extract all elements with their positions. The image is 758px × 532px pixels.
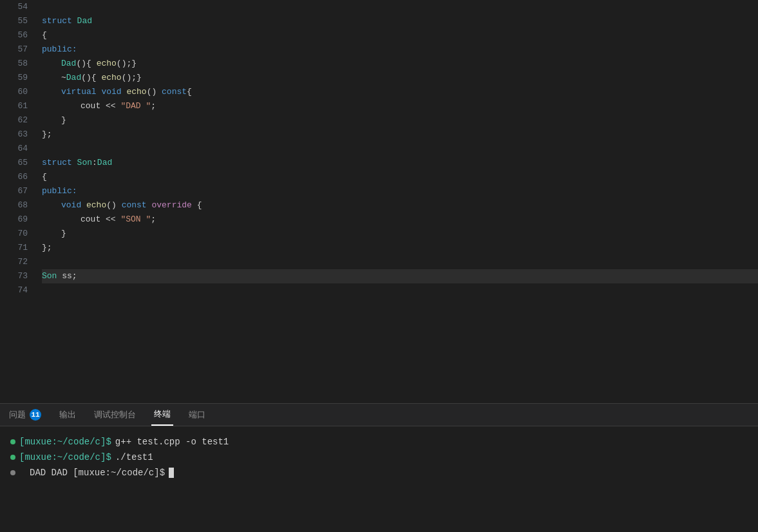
- terminal-dot: [10, 455, 15, 460]
- code-line: public:: [42, 43, 758, 57]
- tab-label: 问题: [9, 409, 26, 421]
- tab-调试控制台[interactable]: 调试控制台: [91, 404, 138, 426]
- tab-端口[interactable]: 端口: [186, 404, 208, 426]
- terminal-cursor: [169, 468, 174, 478]
- code-line: }: [42, 113, 758, 128]
- tab-label: 调试控制台: [94, 409, 136, 421]
- line-number: 58: [0, 57, 28, 71]
- line-number: 65: [0, 156, 28, 170]
- code-line: [42, 0, 758, 14]
- code-line: Son ss;: [42, 269, 758, 283]
- line-number: 70: [0, 227, 28, 241]
- code-line: }: [42, 227, 758, 241]
- tab-label: 端口: [189, 409, 205, 421]
- line-number: 57: [0, 43, 28, 57]
- line-number: 56: [0, 28, 28, 43]
- line-number: 61: [0, 99, 28, 113]
- line-number: 60: [0, 85, 28, 99]
- line-number: 66: [0, 170, 28, 184]
- tab-label: 输出: [59, 409, 76, 421]
- terminal-line: [muxue:~/code/c]$ g++ test.cpp -o test1: [10, 434, 748, 450]
- terminal-command: g++ test.cpp -o test1: [115, 434, 229, 450]
- code-line: {: [42, 170, 758, 184]
- tab-label: 终端: [154, 408, 171, 420]
- code-line: };: [42, 241, 758, 255]
- code-editor: 5455565758596061626364656667686970717273…: [0, 0, 758, 403]
- terminal-output: DAD DAD [muxue:~/code/c]$: [19, 465, 165, 480]
- tab-终端[interactable]: 终端: [151, 404, 173, 426]
- line-number: 71: [0, 241, 28, 255]
- code-line: cout << "SON ";: [42, 213, 758, 227]
- line-number: 67: [0, 184, 28, 198]
- terminal-line: [muxue:~/code/c]$ ./test1: [10, 450, 748, 465]
- tab-badge: 11: [30, 409, 41, 421]
- tab-问题[interactable]: 问题11: [6, 404, 44, 426]
- terminal-command: ./test1: [115, 450, 153, 465]
- line-number: 69: [0, 213, 28, 227]
- code-content: struct Dad{public:Dad(){ echo();}~Dad(){…: [35, 0, 758, 403]
- line-number: 59: [0, 71, 28, 85]
- code-line: struct Dad: [42, 14, 758, 28]
- line-number: 64: [0, 142, 28, 156]
- line-number: 72: [0, 255, 28, 269]
- terminal-dot-inactive: [10, 470, 15, 475]
- line-number: 54: [0, 0, 28, 14]
- code-line: [42, 283, 758, 298]
- terminal-line: DAD DAD [muxue:~/code/c]$: [10, 465, 748, 480]
- line-number: 62: [0, 113, 28, 128]
- code-line: ~Dad(){ echo();}: [42, 71, 758, 85]
- code-line: [42, 255, 758, 269]
- line-number: 63: [0, 128, 28, 142]
- line-number: 73: [0, 269, 28, 283]
- code-line: cout << "DAD ";: [42, 99, 758, 113]
- tab-输出[interactable]: 输出: [57, 404, 79, 426]
- code-line: void echo() const override {: [42, 198, 758, 213]
- bottom-panel: 问题11输出调试控制台终端端口 [muxue:~/code/c]$ g++ te…: [0, 403, 758, 532]
- code-line: struct Son:Dad: [42, 156, 758, 170]
- line-number: 74: [0, 283, 28, 298]
- code-line: Dad(){ echo();}: [42, 57, 758, 71]
- code-line: virtual void echo() const{: [42, 85, 758, 99]
- code-line: [42, 142, 758, 156]
- terminal-area[interactable]: [muxue:~/code/c]$ g++ test.cpp -o test1[…: [0, 426, 758, 532]
- code-line: };: [42, 128, 758, 142]
- terminal-dot: [10, 439, 15, 444]
- line-number: 68: [0, 198, 28, 213]
- line-number: 55: [0, 14, 28, 28]
- code-line: {: [42, 28, 758, 43]
- tab-bar: 问题11输出调试控制台终端端口: [0, 404, 758, 426]
- line-numbers: 5455565758596061626364656667686970717273…: [0, 0, 35, 403]
- terminal-prompt: [muxue:~/code/c]$: [19, 450, 111, 465]
- code-line: public:: [42, 184, 758, 198]
- terminal-prompt: [muxue:~/code/c]$: [19, 434, 111, 450]
